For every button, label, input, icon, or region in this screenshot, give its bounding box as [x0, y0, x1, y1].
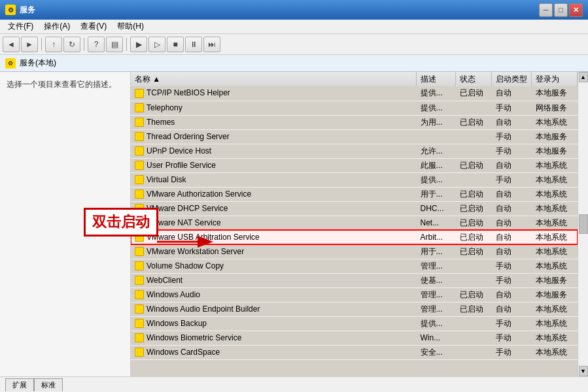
service-startup-cell: 自动 [492, 302, 532, 316]
table-row[interactable]: VMware Workstation Server用于...已启动自动本地系统 [131, 244, 578, 259]
service-icon [135, 132, 144, 141]
table-row[interactable]: Thread Ordering Server手动本地服务 [131, 129, 578, 144]
service-status-cell: 已启动 [456, 287, 492, 302]
table-row[interactable]: UPnP Device Host允许...手动本地服务 [131, 144, 578, 158]
annotation-label: 双击启动 [84, 208, 158, 237]
service-login-cell: 本地系统 [532, 115, 578, 129]
menu-help[interactable]: 帮助(H) [112, 20, 149, 33]
tab-standard[interactable]: 标准 [34, 378, 63, 391]
service-desc-cell: 管理... [417, 259, 456, 273]
service-desc-cell: 安全... [417, 345, 456, 359]
table-row[interactable]: User Profile Service此服...已启动自动本地系统 [131, 158, 578, 172]
service-status-cell [456, 101, 492, 115]
service-icon [135, 276, 144, 285]
services-table: 名称 ▲ 描述 状态 启动类型 登录为 TCP/IP NetBIOS Helpe… [131, 72, 578, 360]
service-desc-cell [417, 129, 456, 144]
menu-file[interactable]: 文件(F) [3, 20, 39, 33]
table-row[interactable]: Volume Shadow Copy管理...手动本地系统 [131, 259, 578, 273]
export-button[interactable]: ▤ [106, 37, 123, 52]
service-status-cell: 已启动 [456, 201, 492, 216]
play-button[interactable]: ▶ [130, 37, 147, 52]
close-button[interactable]: ✕ [569, 3, 583, 17]
service-icon [135, 146, 144, 155]
restart-button[interactable]: ⏭ [203, 37, 220, 52]
table-row[interactable]: Windows Backup提供...手动本地系统 [131, 316, 578, 331]
service-status-cell: 已启动 [456, 244, 492, 259]
toolbar-separator-1 [41, 38, 42, 51]
col-header-status[interactable]: 状态 [456, 72, 492, 86]
service-icon [135, 161, 144, 170]
service-name-cell: Windows Backup [131, 316, 417, 331]
table-row[interactable]: Windows Audio Endpoint Builder管理...已启动自动… [131, 302, 578, 316]
service-login-cell: 本地系统 [532, 331, 578, 345]
maximize-button[interactable]: □ [554, 3, 568, 17]
service-icon [135, 247, 144, 256]
service-name-cell: VMware NAT Service [131, 216, 417, 230]
col-header-startup[interactable]: 启动类型 [492, 72, 532, 86]
service-login-cell: 本地系统 [532, 216, 578, 230]
table-row[interactable]: Themes为用...已启动自动本地系统 [131, 115, 578, 129]
service-startup-cell: 手动 [492, 101, 532, 115]
table-row[interactable]: VMware NAT ServiceNet...已启动自动本地系统 [131, 216, 578, 230]
table-row[interactable]: Telephony提供...手动网络服务 [131, 101, 578, 115]
minimize-button[interactable]: ─ [539, 3, 553, 17]
help-button[interactable]: ? [88, 37, 105, 52]
window-title: 服务 [20, 5, 539, 16]
table-row[interactable]: Virtual Disk提供...手动本地系统 [131, 172, 578, 187]
stop-button[interactable]: ■ [167, 37, 184, 52]
title-bar: ⚙ 服务 ─ □ ✕ [0, 0, 588, 20]
service-status-cell: 已启动 [456, 115, 492, 129]
service-name-cell: Windows Biometric Service [131, 331, 417, 345]
status-bar: 扩展 标准 [0, 376, 588, 392]
toolbar-separator-2 [84, 38, 84, 51]
table-row[interactable]: Windows Biometric ServiceWin...手动本地系统 [131, 331, 578, 345]
service-desc-cell: Arbit... [417, 230, 456, 244]
scroll-thumb[interactable] [579, 214, 588, 234]
menu-view[interactable]: 查看(V) [75, 20, 112, 33]
scroll-down[interactable]: ▼ [579, 366, 588, 376]
service-desc-cell: Win... [417, 331, 456, 345]
up-button[interactable]: ↑ [45, 37, 62, 52]
forward-button[interactable]: ► [21, 37, 38, 52]
toolbar-separator-3 [126, 38, 127, 51]
pause-button[interactable]: ⏸ [185, 37, 202, 52]
back-button[interactable]: ◄ [3, 37, 20, 52]
col-header-login[interactable]: 登录为 [532, 72, 578, 86]
service-desc-cell: DHC... [417, 201, 456, 216]
scrollbar[interactable]: ▲ ▼ [578, 72, 588, 376]
col-header-desc[interactable]: 描述 [417, 72, 456, 86]
service-desc-cell: 管理... [417, 287, 456, 302]
table-row[interactable]: WebClient使基...手动本地服务 [131, 273, 578, 287]
refresh-button[interactable]: ↻ [63, 37, 80, 52]
tab-extended[interactable]: 扩展 [5, 378, 34, 391]
play2-button[interactable]: ▷ [148, 37, 165, 52]
service-name-cell: Windows Audio Endpoint Builder [131, 302, 417, 316]
menu-action[interactable]: 操作(A) [39, 20, 75, 33]
table-row[interactable]: VMware USB Arbitration ServiceArbit...已启… [131, 230, 578, 244]
service-desc-cell: Net... [417, 216, 456, 230]
table-row[interactable]: VMware Authorization Service用于...已启动自动本地… [131, 187, 578, 201]
services-scroll[interactable]: 名称 ▲ 描述 状态 启动类型 登录为 TCP/IP NetBIOS Helpe… [131, 72, 578, 376]
service-startup-cell: 手动 [492, 331, 532, 345]
service-name-cell: VMware Authorization Service [131, 187, 417, 201]
table-row[interactable]: Windows CardSpace安全...手动本地系统 [131, 345, 578, 359]
breadcrumb: 服务(本地) [20, 57, 56, 69]
scroll-up[interactable]: ▲ [579, 72, 588, 82]
service-name-cell: Windows Audio [131, 287, 417, 302]
service-login-cell: 本地系统 [532, 302, 578, 316]
table-row[interactable]: VMware DHCP ServiceDHC...已启动自动本地系统 [131, 201, 578, 216]
col-header-name[interactable]: 名称 ▲ [131, 72, 417, 86]
service-name-cell: TCP/IP NetBIOS Helper [131, 86, 417, 101]
service-login-cell: 本地系统 [532, 158, 578, 172]
service-status-cell [456, 273, 492, 287]
service-name-cell: Themes [131, 115, 417, 129]
service-status-cell [456, 172, 492, 187]
service-login-cell: 本地系统 [532, 259, 578, 273]
table-row[interactable]: TCP/IP NetBIOS Helper提供...已启动自动本地服务 [131, 86, 578, 101]
service-status-cell: 已启动 [456, 158, 492, 172]
service-startup-cell: 自动 [492, 158, 532, 172]
menu-bar: 文件(F) 操作(A) 查看(V) 帮助(H) [0, 20, 588, 34]
service-startup-cell: 自动 [492, 244, 532, 259]
table-row[interactable]: Windows Audio管理...已启动自动本地服务 [131, 287, 578, 302]
service-name-cell: VMware USB Arbitration Service [131, 230, 417, 244]
